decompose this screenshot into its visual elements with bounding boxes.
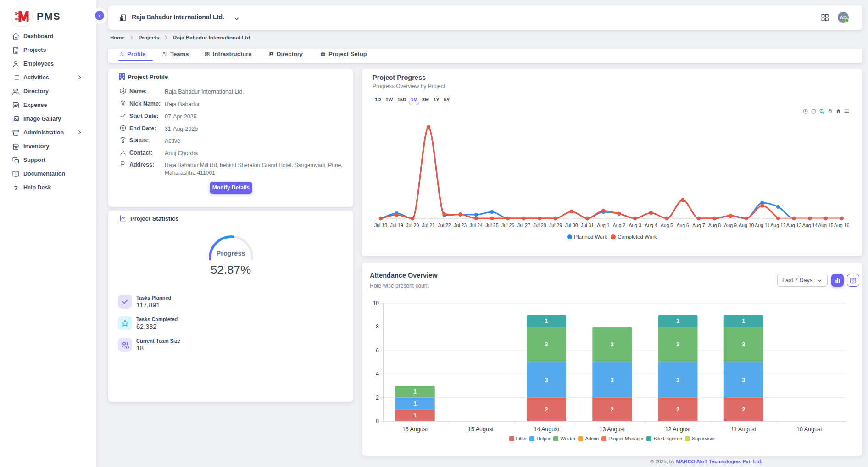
svg-text:Aug 2: Aug 2 [613, 222, 626, 228]
svg-text:Aug 16: Aug 16 [834, 222, 849, 228]
svg-text:Aug 4: Aug 4 [645, 222, 657, 228]
svg-text:Progress: Progress [217, 250, 245, 257]
svg-text:Jul 30: Jul 30 [565, 222, 578, 228]
svg-text:Aug 12: Aug 12 [770, 222, 785, 228]
svg-text:1: 1 [742, 318, 745, 324]
svg-text:10: 10 [373, 300, 379, 306]
svg-text:2: 2 [676, 406, 679, 413]
svg-text:10 August: 10 August [796, 426, 822, 433]
svg-text:Aug 3: Aug 3 [629, 222, 641, 228]
svg-text:Jul 20: Jul 20 [406, 222, 419, 228]
svg-text:Jul 22: Jul 22 [438, 222, 451, 228]
svg-text:1: 1 [545, 318, 548, 324]
svg-text:2: 2 [742, 406, 745, 413]
svg-text:4: 4 [376, 371, 379, 377]
svg-text:Aug 13: Aug 13 [786, 222, 801, 228]
svg-text:Jul 29: Jul 29 [549, 222, 562, 228]
svg-text:Jul 24: Jul 24 [470, 222, 483, 228]
svg-text:6: 6 [376, 347, 379, 354]
svg-text:Aug 14: Aug 14 [802, 222, 818, 228]
svg-text:3: 3 [742, 341, 745, 348]
svg-text:3: 3 [676, 341, 679, 348]
svg-text:12 August: 12 August [665, 426, 691, 433]
svg-text:1: 1 [413, 389, 417, 395]
svg-text:Aug 15: Aug 15 [818, 222, 833, 228]
svg-text:14 August: 14 August [534, 426, 559, 433]
svg-text:1: 1 [413, 412, 417, 419]
svg-text:16 August: 16 August [402, 426, 428, 433]
svg-text:3: 3 [611, 377, 614, 384]
svg-text:Aug 11: Aug 11 [755, 222, 770, 228]
svg-text:Aug 7: Aug 7 [692, 222, 705, 228]
svg-text:Aug 5: Aug 5 [661, 222, 673, 228]
svg-text:8: 8 [376, 323, 379, 330]
svg-text:52.87%: 52.87% [211, 263, 251, 277]
svg-text:3: 3 [742, 377, 745, 384]
svg-text:1: 1 [676, 318, 679, 324]
svg-text:Aug 10: Aug 10 [739, 222, 754, 228]
svg-text:Jul 26: Jul 26 [501, 222, 514, 228]
svg-text:Jul 28: Jul 28 [533, 222, 546, 228]
svg-text:2: 2 [376, 395, 379, 401]
svg-text:3: 3 [545, 341, 548, 348]
svg-text:3: 3 [545, 377, 548, 384]
svg-text:2: 2 [611, 406, 614, 413]
svg-text:Jul 31: Jul 31 [581, 222, 594, 228]
svg-text:13 August: 13 August [599, 426, 625, 433]
svg-text:Jul 27: Jul 27 [517, 222, 530, 228]
svg-text:1: 1 [413, 400, 417, 407]
svg-text:3: 3 [676, 377, 679, 384]
svg-text:Jul 25: Jul 25 [485, 222, 498, 228]
svg-text:Aug 9: Aug 9 [724, 222, 737, 228]
svg-text:11 August: 11 August [731, 426, 756, 433]
svg-text:Jul 21: Jul 21 [422, 222, 435, 228]
svg-text:Jul 23: Jul 23 [454, 222, 467, 228]
svg-text:15 August: 15 August [468, 426, 494, 433]
svg-text:3: 3 [611, 341, 614, 348]
svg-text:Aug 8: Aug 8 [708, 222, 721, 228]
svg-text:Jul 19: Jul 19 [390, 222, 403, 228]
svg-text:0: 0 [376, 418, 379, 424]
svg-text:Aug 1: Aug 1 [597, 222, 610, 228]
svg-text:Aug 6: Aug 6 [676, 222, 689, 228]
svg-text:2: 2 [545, 406, 548, 413]
svg-text:Jul 18: Jul 18 [374, 222, 387, 228]
